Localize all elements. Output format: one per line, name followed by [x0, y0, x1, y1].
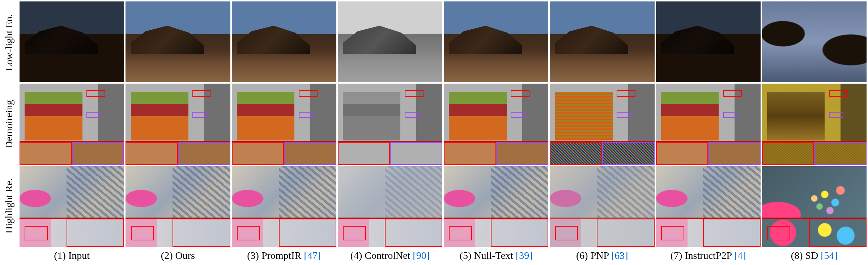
result-image [444, 166, 548, 247]
result-image [762, 1, 867, 82]
caption-sd: (8) SD [54] [762, 250, 867, 264]
caption-label: (7) InstructP2P [671, 250, 734, 261]
caption-label: (1) Input [54, 250, 90, 261]
image-cell [125, 1, 230, 82]
result-image [656, 166, 761, 247]
result-image [125, 1, 230, 82]
result-image [232, 166, 336, 247]
result-image [338, 166, 442, 247]
image-grid [18, 0, 868, 247]
citation-ref: [47] [304, 250, 321, 261]
result-image [550, 84, 654, 164]
caption-label: (2) Ours [161, 250, 195, 261]
result-image [20, 1, 124, 82]
image-cell [444, 1, 548, 82]
result-image [550, 166, 654, 247]
citation-ref: [90] [413, 250, 430, 261]
image-cell [656, 84, 761, 164]
row-labels-container: Low-light En. Demoireing Highlight Re. [0, 0, 18, 265]
result-image [762, 84, 867, 164]
result-image [125, 166, 230, 247]
image-cell [550, 84, 654, 164]
result-image [656, 84, 761, 164]
image-cell [232, 1, 336, 82]
result-image [762, 166, 867, 247]
result-image [550, 1, 654, 82]
image-cell [550, 166, 654, 247]
result-image [338, 84, 442, 164]
row-label-lowlight: Low-light En. [0, 1, 18, 83]
caption-label: (6) PNP [576, 250, 611, 261]
image-cell [656, 166, 761, 247]
citation-ref: [54] [821, 250, 838, 261]
result-image [338, 1, 442, 82]
caption-label: (3) PromptIR [247, 250, 304, 261]
caption-pnp: (6) PNP [63] [550, 250, 654, 264]
result-image [444, 84, 548, 164]
caption-label: (4) ControlNet [350, 250, 413, 261]
image-cell [20, 84, 124, 164]
caption-controlnet: (4) ControlNet [90] [338, 250, 442, 264]
result-image [232, 1, 336, 82]
result-image [20, 84, 124, 164]
image-cell [550, 1, 654, 82]
image-cell [762, 166, 867, 247]
image-cell [444, 166, 548, 247]
caption-instructp2p: (7) InstructP2P [4] [656, 250, 761, 264]
image-cell [656, 1, 761, 82]
image-cell [338, 166, 442, 247]
image-cell [20, 1, 124, 82]
image-cell [125, 84, 230, 164]
image-cell [125, 166, 230, 247]
caption-nulltext: (5) Null-Text [39] [444, 250, 548, 264]
row-label-highlight: Highlight Re. [0, 165, 18, 247]
result-image [20, 166, 124, 247]
image-cell [232, 166, 336, 247]
result-image [125, 84, 230, 164]
result-image [232, 84, 336, 164]
image-cell [444, 84, 548, 164]
image-cell [338, 84, 442, 164]
caption-label: (8) SD [791, 250, 821, 261]
image-cell [338, 1, 442, 82]
image-cell [762, 84, 867, 164]
result-image [656, 1, 761, 82]
caption-promptir: (3) PromptIR [47] [232, 250, 336, 264]
citation-ref: [63] [611, 250, 628, 261]
grid-area: (1) Input (2) Ours (3) PromptIR [47] (4)… [18, 0, 868, 265]
caption-label: (5) Null-Text [460, 250, 516, 261]
result-image [444, 1, 548, 82]
comparison-figure: Low-light En. Demoireing Highlight Re. [0, 0, 868, 265]
image-cell [762, 1, 867, 82]
citation-ref: [39] [516, 250, 533, 261]
caption-input: (1) Input [20, 250, 124, 264]
citation-ref: [4] [734, 250, 746, 261]
row-label-demoireing: Demoireing [0, 83, 18, 165]
column-captions: (1) Input (2) Ours (3) PromptIR [47] (4)… [18, 247, 868, 265]
image-cell [20, 166, 124, 247]
image-cell [232, 84, 336, 164]
caption-ours: (2) Ours [125, 250, 230, 264]
